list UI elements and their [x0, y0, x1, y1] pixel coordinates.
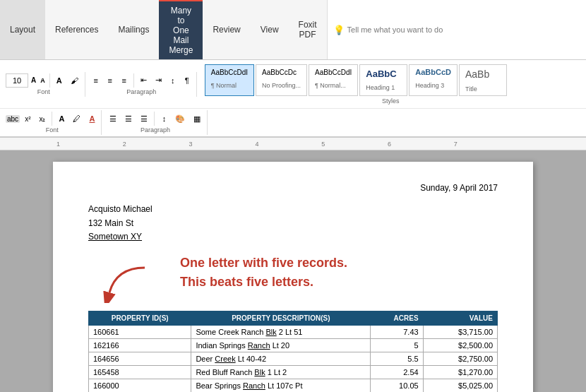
row3-desc: Deer Creek Lt 40-42 — [191, 352, 371, 365]
ruler-mark-5: 5 — [321, 141, 325, 148]
tab-many-to-one[interactable]: Many to One Mail Merge — [159, 0, 203, 59]
table-header-row: PROPERTY ID(S) PROPERTY DESCRIPTION(S) A… — [89, 311, 498, 325]
style-noproof-preview: AaBbCcDc — [262, 69, 297, 76]
row4-acres: 2.54 — [371, 365, 423, 379]
styles-bar: AaBbCcDdI ¶ Normal AaBbCcDc No Proofing.… — [204, 64, 508, 97]
row4-desc: Red Bluff Ranch Blk 1 Lt 2 — [191, 365, 371, 379]
shading-btn[interactable]: 🎨 — [172, 112, 189, 126]
font-format-group: abc x² x₂ A 🖊 A Font — [3, 110, 102, 135]
style-normal2-label: ¶ Normal... — [315, 80, 352, 91]
promo-line1: One letter with five records. — [180, 254, 347, 273]
paragraph-label: Paragraph — [90, 88, 193, 95]
abc-btn: abc — [6, 115, 20, 123]
sep3 — [52, 112, 52, 126]
style-normal2-preview: AaBbCcDdI — [315, 69, 352, 76]
style-heading1[interactable]: AaBbC Heading 1 — [359, 64, 407, 96]
style-heading3[interactable]: AaBbCcD Heading 3 — [409, 64, 458, 96]
paragraph-group-content: ≡ ≡ ≡ ⇤ ⇥ ↕ ¶ — [90, 73, 193, 88]
font-group-content: A A A 🖌 — [6, 73, 82, 88]
alignment-content: ☰ ☰ ☰ ↕ 🎨 ▦ — [106, 112, 204, 126]
align-center-btn[interactable]: ☰ — [121, 112, 136, 126]
increase-indent-btn[interactable]: ⇥ — [152, 73, 165, 88]
font-color-btn[interactable]: A — [85, 112, 98, 126]
style-noproof-label: No Proofing... — [262, 80, 301, 91]
align-left-btn[interactable]: ☰ — [106, 112, 120, 126]
table-header: PROPERTY ID(S) PROPERTY DESCRIPTION(S) A… — [89, 311, 498, 325]
increase-font-button[interactable]: A — [30, 76, 37, 84]
styles-content: AaBbCcDdI ¶ Normal AaBbCcDc No Proofing.… — [201, 64, 580, 97]
row3-value: $2,750.00 — [423, 352, 497, 365]
style-normal-preview: AaBbCcDdI — [211, 69, 248, 76]
arrow-icon — [88, 261, 173, 303]
document-page: Sunday, 9 April 2017 Acquisto Michael 13… — [53, 162, 533, 392]
font-label: Font — [6, 88, 82, 95]
paint-format-btn[interactable]: 🖌 — [67, 73, 82, 88]
tab-mailings[interactable]: Mailings — [108, 0, 159, 59]
document-address: Acquisto Michael 132 Main St Sometown XY — [88, 203, 498, 244]
multilevel-list-btn[interactable]: ≡ — [118, 73, 131, 88]
sort-btn[interactable]: ↕ — [167, 73, 179, 88]
ruler-mark-3: 3 — [189, 141, 193, 148]
align-right-btn[interactable]: ☰ — [137, 112, 151, 126]
table-body: 160661 Some Creek Ranch Blk 2 Lt 51 7.43… — [89, 325, 498, 392]
address-line3-text: Sometown XY — [88, 232, 142, 242]
style-normal[interactable]: AaBbCcDdI ¶ Normal — [205, 64, 254, 96]
subscript-btn[interactable]: x₂ — [35, 112, 49, 126]
style-h3-label: Heading 3 — [415, 80, 451, 91]
style-title-preview: AaBb — [465, 69, 489, 80]
row2-acres: 5 — [371, 338, 423, 352]
promo-text: One letter with five records. This beats… — [180, 254, 347, 292]
tab-references[interactable]: References — [45, 0, 108, 59]
tabs-container: Layout References Mailings Many to One M… — [0, 0, 327, 59]
app-window: Layout References Mailings Many to One M… — [0, 0, 586, 392]
toolbar-row2: abc x² x₂ A 🖊 A Font ☰ ☰ ☰ ↕ � — [0, 109, 586, 136]
font-style-btn[interactable]: A — [53, 73, 66, 88]
row5-acres: 10.05 — [371, 379, 423, 392]
ribbon-toolbar: A A A 🖌 Font ≡ ≡ ≡ ⇤ ⇥ ↕ ¶ — [0, 60, 586, 138]
tab-review[interactable]: Review — [203, 0, 250, 59]
style-h3-preview: AaBbCcD — [415, 68, 451, 76]
borders-btn[interactable]: ▦ — [190, 112, 204, 126]
tab-foxit-pdf[interactable]: Foxit PDF — [289, 0, 327, 59]
line-spacing-btn[interactable]: ↕ — [157, 112, 170, 126]
style-no-proofing[interactable]: AaBbCcDc No Proofing... — [256, 64, 307, 96]
style-title[interactable]: AaBb Title — [459, 64, 507, 96]
tell-me-bar[interactable]: 💡 Tell me what you want to do — [327, 0, 586, 59]
row2-id: 162166 — [89, 338, 191, 352]
ruler-mark-4: 4 — [255, 141, 258, 148]
ruler-mark-1: 1 — [56, 141, 60, 148]
row1-id: 160661 — [89, 325, 191, 338]
style-normal2[interactable]: AaBbCcDdI ¶ Normal... — [309, 64, 358, 96]
row1-desc: Some Creek Ranch Blk 2 Lt 51 — [191, 325, 371, 338]
bullet-list-btn[interactable]: ≡ — [90, 73, 102, 88]
numbered-list-btn[interactable]: ≡ — [104, 73, 116, 88]
style-title-label: Title — [465, 83, 501, 95]
style-h1-label: Heading 1 — [366, 82, 401, 93]
toolbar-row1: A A A 🖌 Font ≡ ≡ ≡ ⇤ ⇥ ↕ ¶ — [0, 60, 586, 109]
style-h1-preview: AaBbC — [366, 69, 396, 79]
tab-layout[interactable]: Layout — [0, 0, 45, 59]
row2-value: $2,500.00 — [423, 338, 497, 352]
alignment-label: Paragraph — [106, 126, 204, 133]
pilcrow-btn[interactable]: ¶ — [181, 73, 193, 88]
row2-desc: Indian Springs Ranch Lt 20 — [191, 338, 371, 352]
ruler: 1 2 3 4 5 6 7 — [0, 138, 586, 150]
table-row: 164656 Deer Creek Lt 40-42 5.5 $2,750.00 — [89, 352, 498, 365]
table-row: 162166 Indian Springs Ranch Lt 20 5 $2,5… — [89, 338, 498, 352]
decrease-indent-btn[interactable]: ⇤ — [137, 73, 150, 88]
ruler-mark-6: 6 — [388, 141, 391, 148]
superscript-btn[interactable]: x² — [21, 112, 34, 126]
decrease-font-button[interactable]: A — [39, 77, 47, 84]
highlight-btn[interactable]: 🖊 — [69, 112, 84, 126]
font-size-input[interactable] — [6, 73, 28, 88]
arrow-container — [88, 261, 180, 305]
row5-desc: Bear Springs Ranch Lt 107c Pt — [191, 379, 371, 392]
font-color-a-btn[interactable]: A — [55, 112, 68, 126]
ruler-mark-7: 7 — [454, 141, 458, 148]
tab-view[interactable]: View — [251, 0, 289, 59]
address-line3: Sometown XY — [88, 230, 498, 244]
styles-group: AaBbCcDdI ¶ Normal AaBbCcDc No Proofing.… — [198, 62, 583, 106]
alignment-group: ☰ ☰ ☰ ↕ 🎨 ▦ Paragraph — [103, 110, 208, 135]
address-line1: Acquisto Michael — [88, 203, 498, 216]
table-row: 166000 Bear Springs Ranch Lt 107c Pt 10.… — [89, 379, 498, 392]
